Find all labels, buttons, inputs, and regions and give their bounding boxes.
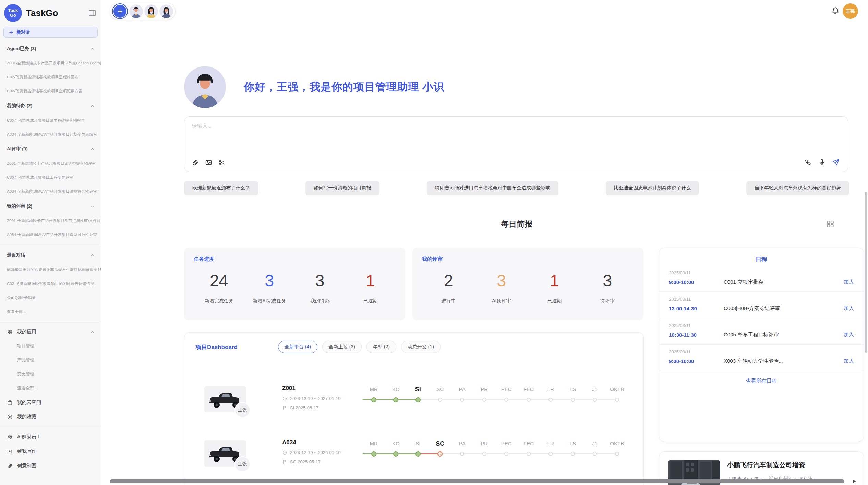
microphone-icon[interactable] [818,159,825,166]
sidebar-recent-item[interactable]: 解释最新出台的欧盟报废车法规再生塑料比例被调至15%... [0,263,101,277]
schedule-items: 2025/03/11 9:00-10:00 C001-立项审批会 加入 2025… [659,265,864,371]
suggestion-chip[interactable]: 当下年轻人对汽车外观有怎样的喜好趋势 [746,181,849,195]
assistant-avatar-female-dark-top[interactable] [159,4,173,18]
horizontal-scrollbar[interactable] [110,479,844,483]
dashboard-tab[interactable]: 全新平台 (4) [278,341,317,353]
voice-call-icon[interactable] [805,159,812,166]
stat-item: 2 进行中 [422,269,475,304]
assistant-avatar-female-long-hair[interactable] [144,4,158,18]
chat-input[interactable] [192,123,841,148]
sidebar-recent-item[interactable]: 公司Q3轻卡销量 [0,291,101,305]
flag-icon [282,405,287,410]
milestone-dot-PA [460,398,464,402]
view-all-schedule-link[interactable]: 查看所有日程 [659,371,864,391]
new-chat-label: 新对话 [16,29,30,35]
sidebar-app-item[interactable]: 查看全部... [0,381,101,395]
sidebar-task-item[interactable]: Z001-全新燃油轻卡产品开发项目SI造型提交物评审 [0,157,101,171]
chevron-up-icon[interactable] [90,147,95,152]
sidebar-item-favorites-badge-icon[interactable]: 我的收藏 [0,410,101,424]
notification-bell-icon[interactable] [831,7,840,15]
stat-item: 3 新增AI完成任务 [244,269,294,304]
sidebar-item-writing-icon[interactable]: 帮我写作 [0,444,101,459]
sidebar-sections: Agent已办 (3)Z001-全新燃油皮卡产品开发项目SI节点Lesson L… [0,39,101,473]
milestone-dot-PA [460,452,464,456]
chevron-up-icon[interactable] [90,103,95,109]
sidebar-task-item[interactable]: C02-飞腾新能源轻客改款项目里程碑画布 [0,70,101,84]
dashboard-tab[interactable]: 年型 (2) [366,341,396,353]
stat-value: 3 [244,269,294,293]
project-owner-avatar: 王强 [234,402,250,418]
stat-label: 我的待办 [295,298,345,304]
project-row-Z001[interactable]: 王强 Z001 2023-12-19 ~ 2027-01-19 SI-2025-… [184,384,643,438]
sidebar-app-item[interactable]: 项目管理 [0,339,101,353]
milestone-dot-J1 [593,452,597,456]
chevron-up-icon[interactable] [90,253,95,258]
suggestion-chip[interactable]: 特朗普可能对进口汽车增税会对中国车企造成哪些影响 [427,181,558,195]
sidebar-item-cloud-space-icon[interactable]: 我的云空间 [0,395,101,410]
sidebar-task-item[interactable]: C02-飞腾新能源轻客改款项目立项汇报方案 [0,84,101,98]
sidebar-task-item[interactable]: Z001-全新燃油轻卡产品开发项目SI节点属性5D文件评审 [0,214,101,228]
attach-file-icon[interactable] [192,159,199,166]
chevron-up-icon[interactable] [90,204,95,209]
sidebar-recent-item[interactable]: 查看全部... [0,305,101,319]
chevron-up-icon[interactable] [90,329,95,335]
join-meeting-link[interactable]: 加入 [844,305,854,312]
add-assistant-button[interactable] [113,5,126,18]
sidebar-task-item[interactable]: C0X4-动力总成开发项目SI里程碑提交物检查 [0,113,101,127]
new-chat-button[interactable]: 新对话 [3,27,98,38]
collapse-sidebar-icon[interactable] [88,9,96,17]
schedule-item: 2025/03/11 9:00-10:00 X003-车辆动力学性能验... 加… [659,345,864,371]
join-meeting-link[interactable]: 加入 [844,332,854,338]
user-avatar[interactable]: 王强 [843,3,858,19]
scroll-right-arrow-icon[interactable] [851,478,857,484]
app-logo: Task Go [4,4,22,22]
sidebar-section-header[interactable]: AI评审 (3) [0,141,101,157]
chevron-up-icon[interactable] [90,46,95,51]
assistant-avatar-male-short-hair[interactable] [129,4,143,18]
sidebar-app-item[interactable]: 产品管理 [0,353,101,367]
milestone-dot-SC [438,398,442,402]
project-dashboard-card: 项目Dashboard 全新平台 (4)全新上装 (3)年型 (2)动总开发 (… [184,332,644,485]
sidebar-task-item[interactable]: C0X4-动力总成开发项目工程变更评审 [0,171,101,185]
project-row-A034[interactable]: 王强 A034 2023-12-19 ~ 2026-01-19 SC-2025-… [184,438,643,485]
screenshot-scissors-icon[interactable] [218,159,225,166]
app-title: TaskGo [26,8,88,18]
sidebar-recent-item[interactable]: C02-飞腾新能源轻客改款项目的闭环通告反馈情况 [0,277,101,291]
suggestion-chip[interactable]: 比亚迪全固态电池计划具体说了什么 [606,181,699,195]
sidebar-section-header[interactable]: 我的评审 (2) [0,199,101,214]
milestone-label-LS: LS [562,384,584,395]
join-meeting-link[interactable]: 加入 [844,279,854,285]
sidebar-task-item[interactable]: Z001-全新燃油皮卡产品开发项目SI节点Lesson Learn报告 [0,56,101,70]
milestone-label-PEC: PEC [495,438,518,449]
sidebar-recent-header[interactable]: 最近对话 [0,248,101,263]
daily-brief-title: 每日简报 [184,217,849,231]
stat-label: 待评审 [581,298,634,304]
sidebar-app-item[interactable]: 变更管理 [0,367,101,381]
milestone-label-LR: LR [540,384,562,395]
sidebar-task-item[interactable]: A034-全新新能源MUV产品开发项目法规符合性评审 [0,185,101,199]
vertical-scrollbar[interactable] [865,192,867,353]
sidebar-item-creative-quill-icon[interactable]: 创意制图 [0,459,101,473]
send-icon[interactable] [832,158,840,166]
dashboard-tab[interactable]: 动总开发 (1) [401,341,441,353]
sidebar-section-header[interactable]: 我的待办 (2) [0,98,101,113]
dashboard-tabs: 全新平台 (4)全新上装 (3)年型 (2)动总开发 (1) [278,341,441,353]
suggestion-chip[interactable]: 欧洲新规最近颁布了什么？ [184,181,258,195]
sidebar-task-item[interactable]: A034-全新新能源MUV产品开发项目造型可行性评审 [0,228,101,242]
schedule-time: 13:00-14:30 [669,306,724,311]
milestone-label-MR: MR [363,384,385,395]
join-meeting-link[interactable]: 加入 [844,358,854,364]
attach-image-icon[interactable] [205,159,212,166]
project-code: A034 [282,439,341,446]
schedule-date: 2025/03/11 [669,323,854,328]
schedule-name: C001-立项审批会 [724,279,844,285]
milestone-dot-OKTB [615,452,619,456]
milestone-dot-OKTB [615,398,619,402]
sidebar-section-header[interactable]: Agent已办 (3) [0,41,101,56]
sidebar-item-my-apps[interactable]: 我的应用 [0,325,101,339]
dashboard-tab[interactable]: 全新上装 (3) [322,341,362,353]
sidebar-task-item[interactable]: A034-全新新能源MUV产品开发项目计划变更表编写 [0,127,101,141]
suggestion-chip[interactable]: 如何写一份清晰的项目周报 [305,181,379,195]
layout-grid-icon[interactable] [826,220,835,228]
sidebar-item-ai-staff-users-icon[interactable]: AI超级员工 [0,430,101,444]
